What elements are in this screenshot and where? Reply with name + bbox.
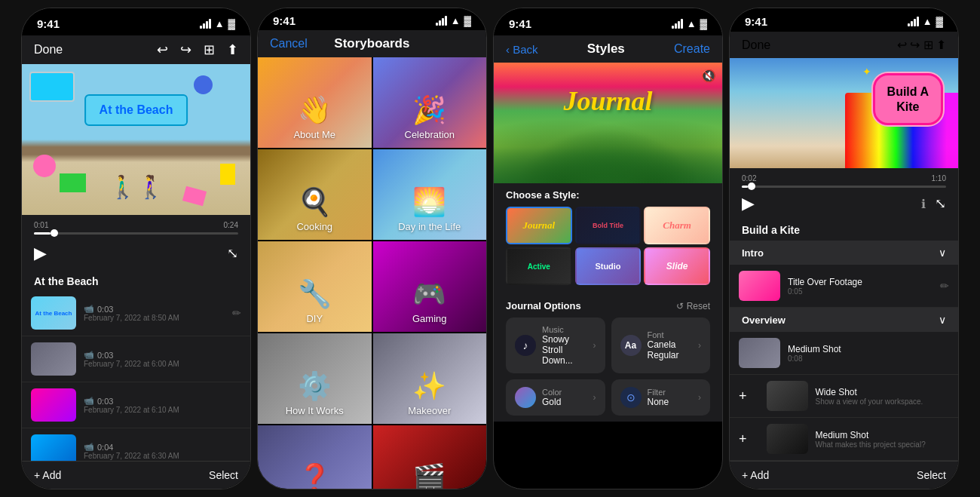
- intro-title: Intro: [742, 247, 764, 259]
- info-icon[interactable]: ℹ: [921, 197, 926, 211]
- overview-clip-2[interactable]: + Wide Shot Show a view of your workspac…: [730, 375, 958, 418]
- create-button[interactable]: Create: [674, 42, 710, 56]
- kite-video-preview: Build AKite ✦: [730, 58, 958, 168]
- options-grid: ♪ Music Snowy Stroll Down... › Aa Font C…: [506, 318, 710, 416]
- status-time-3: 9:41: [509, 17, 531, 30]
- crop-icon[interactable]: ⊞: [204, 41, 215, 58]
- beach-title-card: At the Beach: [84, 94, 188, 126]
- clip-duration-4: 0:04: [97, 443, 113, 452]
- undo-icon[interactable]: ↩: [157, 41, 168, 58]
- intro-section-header[interactable]: Intro ∨: [730, 241, 958, 265]
- clips-list-1: At the Beach 📹 0:03 February 7, 2022 at …: [22, 290, 250, 461]
- overview-chevron-icon: ∨: [939, 314, 946, 326]
- back-button[interactable]: ‹ Back: [506, 43, 538, 56]
- overview-clip-title-1: Medium Shot: [788, 344, 949, 354]
- storyboard-celebration[interactable]: 🎉 Celebration: [373, 57, 487, 148]
- add-button-1[interactable]: + Add: [34, 469, 61, 481]
- storyboard-diy[interactable]: 🔧 DIY: [258, 241, 372, 332]
- storyboard-qa[interactable]: ❓ Q&A: [258, 425, 372, 489]
- add-clip-icon-3[interactable]: +: [739, 431, 747, 447]
- cancel-button[interactable]: Cancel: [270, 37, 308, 51]
- storyboard-about-me[interactable]: 👋 About Me: [258, 57, 372, 148]
- redo-icon[interactable]: ↪: [180, 41, 191, 58]
- select-button-4[interactable]: Select: [917, 469, 946, 481]
- clip-date-3: February 7, 2022 at 6:10 AM: [84, 406, 241, 414]
- storyboard-day-in-life[interactable]: 🌅 Day in the Life: [373, 149, 487, 240]
- overview-section-header[interactable]: Overview ∨: [730, 308, 958, 332]
- storyboard-cooking[interactable]: 🍳 Cooking: [258, 149, 372, 240]
- option-filter-text: Filter None: [648, 388, 693, 407]
- phone2-nav: Cancel Storyboards: [258, 30, 486, 57]
- style-charm[interactable]: Charm: [644, 207, 710, 244]
- clip-info-4: 📹 0:04 February 7, 2022 at 6:30 AM: [84, 442, 241, 460]
- options-title: Journal Options: [506, 300, 581, 311]
- clip-item-3[interactable]: 📹 0:03 February 7, 2022 at 6:10 AM: [22, 382, 250, 428]
- style-grid: Journal Bold Title Charm Active Studio S…: [506, 207, 710, 285]
- reset-button[interactable]: ↺ Reset: [676, 301, 710, 311]
- option-music[interactable]: ♪ Music Snowy Stroll Down... ›: [506, 318, 605, 373]
- intro-clip-edit-1[interactable]: ✏: [940, 280, 949, 292]
- overview-clip-1[interactable]: Medium Shot 0:08: [730, 332, 958, 375]
- done-button-4[interactable]: Done: [742, 38, 770, 52]
- status-time-1: 9:41: [37, 17, 60, 30]
- clip-item-4[interactable]: 📹 0:04 February 7, 2022 at 6:30 AM: [22, 428, 250, 461]
- add-clip-icon-2[interactable]: +: [739, 388, 747, 404]
- play-button-1[interactable]: ▶: [34, 244, 47, 263]
- clip-item-1[interactable]: At the Beach 📹 0:03 February 7, 2022 at …: [22, 290, 250, 336]
- clip-date-1: February 7, 2022 at 8:50 AM: [84, 314, 225, 322]
- fullscreen-button-1[interactable]: ⤡: [227, 245, 238, 262]
- clip-thumb-3: [31, 388, 76, 422]
- clip-duration-1: 0:03: [97, 305, 113, 314]
- overview-clip-title-2: Wide Shot: [816, 387, 949, 397]
- option-font[interactable]: Aa Font Canela Regular ›: [611, 318, 711, 373]
- overview-clip-3[interactable]: + Medium Shot What makes this project sp…: [730, 418, 958, 461]
- phone-1: 9:41 ▲ ▓ Done ↩ ↪ ⊞ ⬆: [21, 8, 251, 489]
- overview-clip-desc-2: Show a view of your workspace.: [816, 397, 949, 406]
- fullscreen-button-4[interactable]: ⤡: [935, 195, 946, 212]
- share-icon-4[interactable]: ⬆: [936, 38, 946, 51]
- play-button-4[interactable]: ▶: [742, 194, 755, 213]
- phone-3: 9:41 ▲ ▓ ‹ Back Styles Create Journal �: [493, 8, 723, 489]
- choose-style-section: Choose a Style: Journal Bold Title Charm…: [494, 183, 722, 294]
- redo-icon-4[interactable]: ↪: [910, 38, 920, 51]
- status-bar-2: 9:41 ▲ ▓: [258, 8, 486, 30]
- storyboard-film[interactable]: 🎬 Film: [373, 425, 487, 489]
- overview-clip-info-1: Medium Shot 0:08: [788, 344, 949, 363]
- storyboard-makeover[interactable]: ✨ Makeover: [373, 333, 487, 424]
- style-bold[interactable]: Bold Title: [575, 207, 642, 244]
- status-bar-4: 9:41 ▲ ▓: [730, 8, 958, 32]
- add-button-4[interactable]: + Add: [742, 469, 769, 481]
- style-active[interactable]: Active: [506, 247, 572, 285]
- option-font-text: Font Canela Regular: [648, 330, 693, 360]
- scrubber-bar-4[interactable]: [742, 186, 946, 188]
- storyboard-gaming[interactable]: 🎮 Gaming: [373, 241, 487, 332]
- clip-edit-1[interactable]: ✏: [232, 307, 241, 319]
- toolbar-icons-4: ↩ ↪ ⊞ ⬆: [897, 38, 946, 52]
- time-end-4: 1:10: [932, 174, 946, 183]
- film-icon: 🎬: [412, 462, 446, 489]
- select-button-1[interactable]: Select: [209, 469, 238, 481]
- style-journal[interactable]: Journal: [506, 207, 572, 244]
- done-button-1[interactable]: Done: [34, 43, 63, 57]
- style-slide[interactable]: Slide: [644, 247, 710, 285]
- clip-item-2[interactable]: 📹 0:03 February 7, 2022 at 6:00 AM: [22, 336, 250, 382]
- storyboard-how-it-works[interactable]: ⚙️ How It Works: [258, 333, 372, 424]
- clip-date-2: February 7, 2022 at 6:00 AM: [84, 360, 241, 368]
- intro-clip-1[interactable]: Title Over Footage 0:05 ✏: [730, 265, 958, 308]
- chevron-icon-music: ›: [593, 340, 596, 351]
- mute-icon[interactable]: 🔇: [701, 69, 716, 83]
- undo-icon-4[interactable]: ↩: [897, 38, 907, 51]
- crop-icon-4[interactable]: ⊞: [923, 38, 933, 51]
- scrubber-bar[interactable]: [34, 232, 238, 235]
- video-scrubber-4: 0:02 1:10: [730, 168, 958, 191]
- style-studio[interactable]: Studio: [575, 247, 642, 285]
- gaming-label: Gaming: [412, 313, 447, 324]
- option-color[interactable]: Color Gold ›: [506, 379, 605, 416]
- battery-icon-3: ▓: [700, 18, 707, 29]
- video-preview-1: At the Beach 🚶‍♂️🚶‍♀️: [22, 64, 250, 215]
- phone1-nav: Done ↩ ↪ ⊞ ⬆: [22, 35, 250, 64]
- chevron-icon-filter: ›: [698, 392, 701, 403]
- battery-icon-2: ▓: [464, 15, 471, 26]
- option-filter[interactable]: ⊙ Filter None ›: [611, 379, 711, 416]
- share-icon[interactable]: ⬆: [227, 41, 238, 58]
